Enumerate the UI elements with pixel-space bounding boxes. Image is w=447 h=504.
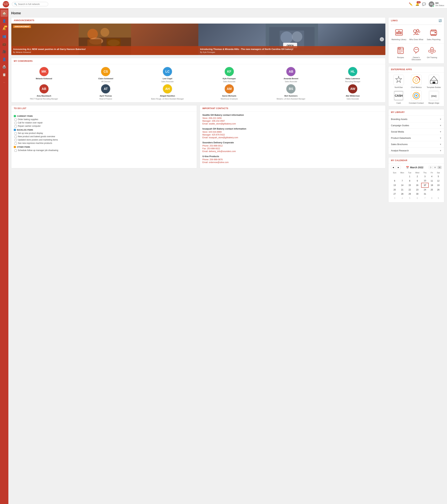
calendar-day[interactable]: 18 bbox=[428, 183, 435, 187]
link-item-recipes[interactable]: RECIPES Recipes bbox=[393, 46, 408, 61]
library-item[interactable]: Analyst Research▼ bbox=[389, 147, 444, 154]
sidebar-item-profile[interactable]: 👤 bbox=[1, 18, 8, 24]
calendar-day[interactable]: 7 bbox=[421, 196, 428, 200]
calendar-day[interactable]: 12 bbox=[435, 179, 442, 183]
library-item[interactable]: Product Datasheets▼ bbox=[389, 135, 444, 141]
calendar-day[interactable]: 4 bbox=[428, 174, 435, 179]
calendar-day[interactable]: 9 bbox=[413, 179, 421, 183]
library-item[interactable]: Campaign Guides▼ bbox=[389, 122, 444, 129]
sidebar-item-contacts[interactable]: 👤 bbox=[1, 56, 8, 63]
coworker-item[interactable]: BS Bert Summers Metairie, LA Store Assis… bbox=[261, 84, 321, 100]
coworker-item[interactable]: AB Amy Baumbach PA/CT Regional Recruitin… bbox=[14, 84, 74, 100]
calendar-day[interactable]: 3 bbox=[391, 196, 398, 200]
calendar-day[interactable]: 8 bbox=[428, 196, 435, 200]
calendar-day[interactable]: 6 bbox=[391, 179, 398, 183]
calendar-next-button[interactable]: ► bbox=[396, 166, 401, 169]
search-box[interactable]: 🔍 bbox=[12, 2, 48, 6]
coworker-item[interactable]: AW Abe Wilderman Sales Associate bbox=[322, 84, 383, 100]
calendar-day[interactable]: 20 bbox=[391, 187, 398, 192]
todo-item[interactable]: New product and baked goods overview bbox=[14, 135, 194, 138]
sidebar-item-tasks[interactable]: 📋 bbox=[1, 71, 8, 78]
calendar-day[interactable]: 24 bbox=[421, 187, 428, 192]
sidebar-item-video[interactable]: 🎥 bbox=[1, 48, 8, 55]
sidebar-item-home[interactable]: 🏠 bbox=[1, 10, 8, 17]
sidebar-item-notifications[interactable]: 🔔 184 bbox=[1, 25, 8, 32]
app-item-northstar[interactable]: NorthStar bbox=[391, 75, 407, 88]
calendar-day[interactable]: 27 bbox=[391, 192, 398, 196]
coworker-item[interactable]: KF Kyle Finnegan Sales Associate bbox=[199, 67, 260, 83]
calendar-day[interactable]: 6 bbox=[413, 196, 421, 200]
todo-checkbox[interactable] bbox=[15, 132, 17, 135]
calendar-day[interactable]: 22 bbox=[406, 187, 413, 192]
calendar-day[interactable]: 16 bbox=[413, 183, 421, 187]
todo-item[interactable]: Call for rotation over repair bbox=[14, 122, 194, 124]
calendar-day[interactable]: 9 bbox=[435, 196, 442, 200]
announcement-next-button[interactable]: › bbox=[380, 37, 384, 41]
message-icon[interactable]: 💬 bbox=[422, 2, 426, 6]
todo-checkbox[interactable] bbox=[15, 139, 17, 141]
todo-checkbox[interactable] bbox=[15, 142, 17, 144]
library-item[interactable]: Branding Assets▼ bbox=[389, 116, 444, 122]
app-item-constant-contact[interactable]: Constant Contact bbox=[409, 90, 424, 104]
app-item-template-builder[interactable]: Template Builder bbox=[426, 75, 442, 88]
calendar-day[interactable]: 14 bbox=[398, 183, 406, 187]
calendar-day[interactable]: 25 bbox=[428, 187, 435, 192]
calendar-day[interactable]: 30 bbox=[413, 192, 421, 196]
app-item-cash[interactable]: CASH Cash bbox=[391, 90, 407, 104]
coworker-item[interactable]: MK Melanie Kirkwood bbox=[14, 67, 74, 83]
library-item[interactable]: Sales Brochures▼ bbox=[389, 141, 444, 147]
announcement-item-2[interactable]: OPEN Introducing Thomas & Miranda Hills … bbox=[198, 24, 385, 55]
link-item-sales-reporting[interactable]: Sales Reporting bbox=[426, 28, 442, 40]
link-item-who-does-what[interactable]: Who Does What bbox=[408, 28, 424, 40]
sidebar-item-people[interactable]: 👥 bbox=[1, 33, 8, 40]
logo[interactable]: Garry Hansen BAKERY bbox=[3, 1, 9, 7]
link-item-owner's-discussion[interactable]: Owner's Discussion bbox=[409, 46, 423, 61]
edit-icon[interactable]: ✏️ bbox=[409, 2, 413, 6]
calendar-day[interactable]: 4 bbox=[398, 196, 406, 200]
calendar-day[interactable]: 1 bbox=[406, 174, 413, 179]
search-input[interactable] bbox=[18, 3, 46, 5]
calendar-day[interactable]: 3 bbox=[421, 174, 428, 179]
coworker-item[interactable]: AH Abigail Hamilton Baton Rouge, LA Stor… bbox=[137, 84, 198, 100]
calendar-day[interactable]: 21 bbox=[398, 187, 406, 192]
calendar-day[interactable]: 28 bbox=[398, 192, 406, 196]
calendar-prev-button[interactable]: ◄ bbox=[391, 166, 395, 169]
library-item[interactable]: Social Media▼ bbox=[389, 129, 444, 135]
coworker-item[interactable]: CS Claire Schimmel HR Director bbox=[75, 67, 136, 83]
todo-item[interactable]: See new espresso machine products bbox=[14, 142, 194, 144]
coworker-item[interactable]: HL Haley Lawrence Recruiting Manager bbox=[322, 67, 383, 83]
link-item-gh-training[interactable]: GH Training bbox=[425, 46, 439, 61]
todo-item[interactable]: Repair cashier computer bbox=[14, 125, 194, 127]
coworker-item[interactable]: LC Lexi Cegel Sales Associate bbox=[137, 67, 198, 83]
coworker-item[interactable]: AB Amanda Bennet Sales Associate bbox=[261, 67, 321, 83]
calendar-day[interactable]: 2 bbox=[413, 174, 421, 179]
calendar-day[interactable]: 31 bbox=[421, 192, 428, 196]
calendar-day[interactable]: 13 bbox=[391, 183, 398, 187]
link-item-marketing-library[interactable]: Marketing Library bbox=[391, 28, 407, 40]
calendar-day-view[interactable]: D bbox=[429, 166, 432, 169]
links-refresh-icon[interactable]: 🔄 bbox=[439, 19, 442, 22]
sidebar-item-print[interactable]: 🖨️ bbox=[1, 64, 8, 71]
calendar-day[interactable]: 15 bbox=[406, 183, 413, 187]
calendar-day[interactable]: 19 bbox=[435, 183, 442, 187]
app-item-chef-metrics[interactable]: Chef Metrics bbox=[409, 75, 424, 88]
calendar-day[interactable]: 23 bbox=[413, 187, 421, 192]
coworker-item[interactable]: AT April Thomas Head of Finance bbox=[75, 84, 136, 100]
calendar-day[interactable]: 10 bbox=[421, 179, 428, 183]
calendar-day[interactable]: 5 bbox=[406, 196, 413, 200]
calendar-month-view[interactable]: M bbox=[438, 166, 442, 169]
calendar-week-view[interactable]: W bbox=[433, 166, 437, 169]
todo-item[interactable]: Schedule follow up manager job shadowing bbox=[14, 149, 194, 152]
coworker-item[interactable]: AM Aaron Michaels Warehouse Employee bbox=[199, 84, 260, 100]
todo-checkbox[interactable] bbox=[15, 125, 17, 127]
notification-icon[interactable]: 🔔 184 bbox=[415, 2, 419, 6]
app-item-margin-edge[interactable]: [me] Margin Edge bbox=[426, 90, 442, 104]
todo-checkbox[interactable] bbox=[15, 149, 17, 152]
calendar-day[interactable]: 11 bbox=[428, 179, 435, 183]
todo-checkbox[interactable] bbox=[15, 122, 17, 124]
announcement-item-1[interactable]: ANNOUNCEMENT Announcing ALL NEW sweet pa… bbox=[11, 24, 198, 55]
calendar-day[interactable]: 7 bbox=[398, 179, 406, 183]
calendar-day[interactable]: 5 bbox=[435, 174, 442, 179]
sidebar-item-more[interactable]: ··· bbox=[1, 79, 8, 86]
calendar-day[interactable]: 29 bbox=[406, 192, 413, 196]
